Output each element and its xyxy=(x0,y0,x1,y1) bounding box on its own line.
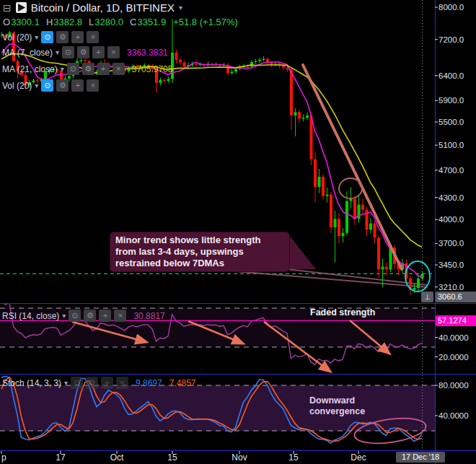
indicator-label[interactable]: Vol (20) xyxy=(2,32,32,43)
eye-icon[interactable]: ⊙ xyxy=(62,46,74,58)
gear-icon[interactable]: ⚙ xyxy=(77,46,89,58)
svg-text:80.0000: 80.0000 xyxy=(438,381,469,390)
indicator-value: 30.8817 xyxy=(133,311,164,321)
collapse-panel-icon[interactable]: ⊟ xyxy=(3,3,12,13)
svg-text:3450.0: 3450.0 xyxy=(438,261,464,269)
eye-icon[interactable]: ⊙ xyxy=(67,63,79,75)
chevron-down-icon[interactable]: ▾ xyxy=(61,65,64,73)
chart-title-bar: ⊟ Bitcoin / Dollar, 1D, BITFINEX ▾ xyxy=(3,1,182,14)
indicator-value: 7.4857 xyxy=(169,378,196,388)
plus-icon[interactable]: + xyxy=(99,310,111,322)
indicator-legend-row: Stoch (14, 3, 3)▾⊙⚙+×9.86977.4857 xyxy=(2,377,195,389)
eye-icon[interactable]: ⊙ xyxy=(71,377,83,389)
rsi-value-tag: 57.1274 xyxy=(436,315,476,326)
indicator-value: 3363.3831 xyxy=(127,48,168,58)
close-icon[interactable]: × xyxy=(113,63,125,75)
chevron-down-icon[interactable]: ▾ xyxy=(35,33,38,41)
note-line: from last 3-4 days, upswings xyxy=(115,246,284,258)
svg-text:6400.0: 6400.0 xyxy=(438,71,464,80)
indicator-label[interactable]: MA (7, close) xyxy=(2,48,53,58)
svg-text:17: 17 xyxy=(56,452,66,463)
close-icon[interactable]: × xyxy=(87,31,99,43)
ohlc-item: H3382.8 xyxy=(46,17,82,27)
close-icon[interactable]: × xyxy=(114,310,126,322)
chevron-down-icon[interactable]: ▾ xyxy=(62,312,66,320)
rsi-annotation-label: Faded strength xyxy=(310,307,375,318)
ohlc-readout: O3300.1H3382.8L3280.0C3351.9+51.8 (+1.57… xyxy=(3,17,238,27)
svg-text:5500.0: 5500.0 xyxy=(438,118,464,126)
close-icon[interactable]: × xyxy=(87,79,99,92)
indicator-label[interactable]: Stoch (14, 3, 3) xyxy=(2,378,61,388)
close-icon[interactable]: × xyxy=(107,46,120,58)
chevron-down-icon[interactable]: ▾ xyxy=(64,379,68,387)
indicator-value: 9.8697 xyxy=(136,378,162,388)
chevron-down-icon[interactable]: ▾ xyxy=(179,4,182,12)
symbol-title[interactable]: Bitcoin / Dollar, 1D, BITFINEX xyxy=(31,1,175,14)
scroll-to-realtime-button[interactable]: ⊥ xyxy=(421,292,433,302)
note-line: restrained below 7DMAs xyxy=(115,258,284,269)
indicator-legend-row: MA (7, close)▾⊙⚙+×3363.3831 xyxy=(2,46,168,58)
gear-icon[interactable]: ⚙ xyxy=(82,63,94,75)
note-line: Minor trend shows little strength xyxy=(115,235,284,246)
svg-text:3700.0: 3700.0 xyxy=(438,239,464,248)
price-level-tag: 3060.6 xyxy=(436,292,476,302)
plus-icon[interactable]: + xyxy=(97,63,110,75)
plus-icon[interactable]: + xyxy=(71,79,84,92)
svg-text:8000.0: 8000.0 xyxy=(438,3,464,12)
analyst-note-callout[interactable]: Minor trend shows little strength from l… xyxy=(110,232,290,272)
chevron-down-icon[interactable]: ▾ xyxy=(35,82,38,89)
eye-icon[interactable]: ⊙ xyxy=(69,310,81,322)
svg-text:4300.0: 4300.0 xyxy=(438,193,464,202)
indicator-label[interactable]: RSI (14, close) xyxy=(2,311,59,321)
svg-text:20.0000: 20.0000 xyxy=(438,353,469,362)
ohlc-item: O3300.1 xyxy=(3,17,40,27)
svg-text:40.0000: 40.0000 xyxy=(438,411,469,420)
stoch-annotation-label: Downward convergence xyxy=(309,395,365,417)
chevron-down-icon[interactable]: ▾ xyxy=(56,48,59,56)
svg-text:Oct: Oct xyxy=(110,452,124,463)
svg-text:5900.0: 5900.0 xyxy=(438,96,464,105)
ohlc-item: C3351.9 xyxy=(130,17,166,27)
indicator-value: 3705.9705 xyxy=(132,64,173,74)
indicator-label[interactable]: Vol (20) xyxy=(2,81,32,91)
ohlc-item: +51.8 (+1.57%) xyxy=(172,17,238,27)
trading-chart-app: 8000.07200.06400.05900.05500.05100.04700… xyxy=(0,0,476,464)
svg-text:p: p xyxy=(1,452,6,463)
svg-text:5100.0: 5100.0 xyxy=(438,141,464,149)
svg-text:3210.0: 3210.0 xyxy=(438,283,464,292)
gear-icon[interactable]: ⚙ xyxy=(86,377,98,389)
indicator-legend-row: Vol (20)▾⊙⚙+× xyxy=(2,31,99,43)
indicator-legend-row: Vol (20)▾⊙⚙+× xyxy=(2,79,99,92)
svg-text:40.0000: 40.0000 xyxy=(438,333,469,342)
gear-icon[interactable]: ⚙ xyxy=(56,79,69,92)
svg-text:15: 15 xyxy=(288,452,299,463)
svg-text:Dec: Dec xyxy=(351,452,366,463)
ohlc-item: L3280.0 xyxy=(89,17,123,27)
indicator-legend-row: RSI (14, close)▾⊙⚙+×30.8817 xyxy=(2,310,165,322)
close-icon[interactable]: × xyxy=(116,377,128,389)
gear-icon[interactable]: ⚙ xyxy=(56,31,69,43)
crosshair-date-tag: 17 Dec '18 xyxy=(396,452,445,463)
svg-text:4700.0: 4700.0 xyxy=(438,166,464,175)
indicator-legend-row: MA (21, close)▾⊙⚙+×3705.9705 xyxy=(2,63,172,75)
gear-icon[interactable]: ⚙ xyxy=(84,310,96,322)
svg-text:7200.0: 7200.0 xyxy=(438,35,464,44)
svg-text:4000.0: 4000.0 xyxy=(438,215,464,224)
instrument-logo-icon xyxy=(16,2,27,13)
eye-icon[interactable]: ⊙ xyxy=(41,79,53,92)
indicator-label[interactable]: MA (21, close) xyxy=(2,64,58,74)
plus-icon[interactable]: + xyxy=(71,31,84,43)
plus-icon[interactable]: + xyxy=(92,46,105,58)
svg-text:15: 15 xyxy=(167,452,177,463)
svg-text:Nov: Nov xyxy=(232,452,247,463)
eye-icon[interactable]: ⊙ xyxy=(41,31,53,43)
plus-icon[interactable]: + xyxy=(101,377,113,389)
